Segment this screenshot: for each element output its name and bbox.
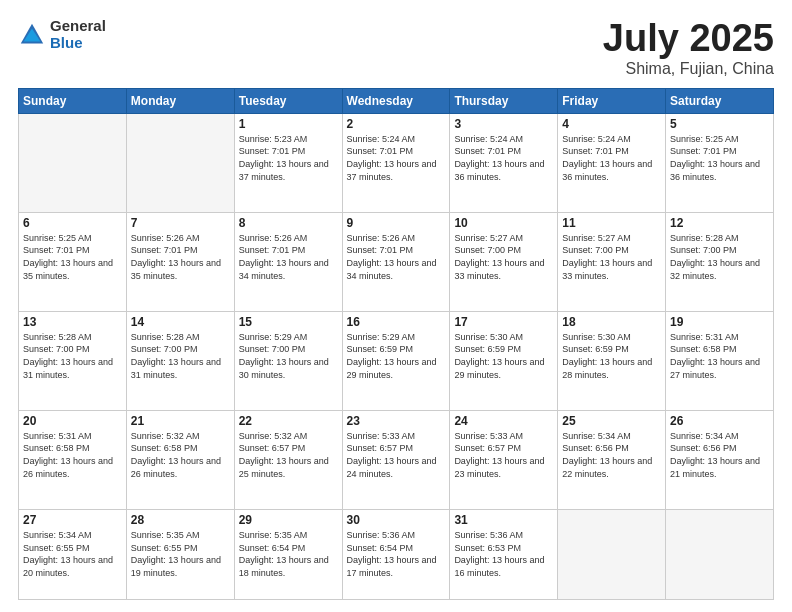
table-row: 14Sunrise: 5:28 AM Sunset: 7:00 PM Dayli…	[126, 311, 234, 410]
day-number: 23	[347, 414, 446, 428]
col-saturday: Saturday	[666, 88, 774, 113]
logo-text: General Blue	[50, 18, 106, 51]
table-row: 3Sunrise: 5:24 AM Sunset: 7:01 PM Daylig…	[450, 113, 558, 212]
day-number: 20	[23, 414, 122, 428]
calendar-week-1: 6Sunrise: 5:25 AM Sunset: 7:01 PM Daylig…	[19, 212, 774, 311]
day-info: Sunrise: 5:30 AM Sunset: 6:59 PM Dayligh…	[562, 331, 661, 381]
day-number: 19	[670, 315, 769, 329]
col-monday: Monday	[126, 88, 234, 113]
day-number: 21	[131, 414, 230, 428]
header: General Blue July 2025 Shima, Fujian, Ch…	[18, 18, 774, 78]
table-row: 7Sunrise: 5:26 AM Sunset: 7:01 PM Daylig…	[126, 212, 234, 311]
day-number: 29	[239, 513, 338, 527]
day-info: Sunrise: 5:25 AM Sunset: 7:01 PM Dayligh…	[23, 232, 122, 282]
title-month: July 2025	[603, 18, 774, 60]
table-row	[666, 509, 774, 599]
day-number: 9	[347, 216, 446, 230]
table-row: 4Sunrise: 5:24 AM Sunset: 7:01 PM Daylig…	[558, 113, 666, 212]
day-number: 7	[131, 216, 230, 230]
day-number: 15	[239, 315, 338, 329]
day-info: Sunrise: 5:27 AM Sunset: 7:00 PM Dayligh…	[454, 232, 553, 282]
day-info: Sunrise: 5:28 AM Sunset: 7:00 PM Dayligh…	[670, 232, 769, 282]
day-info: Sunrise: 5:35 AM Sunset: 6:55 PM Dayligh…	[131, 529, 230, 579]
col-tuesday: Tuesday	[234, 88, 342, 113]
day-number: 6	[23, 216, 122, 230]
table-row: 1Sunrise: 5:23 AM Sunset: 7:01 PM Daylig…	[234, 113, 342, 212]
title-location: Shima, Fujian, China	[603, 60, 774, 78]
day-number: 17	[454, 315, 553, 329]
calendar-header-row: Sunday Monday Tuesday Wednesday Thursday…	[19, 88, 774, 113]
day-number: 2	[347, 117, 446, 131]
table-row: 24Sunrise: 5:33 AM Sunset: 6:57 PM Dayli…	[450, 410, 558, 509]
table-row: 29Sunrise: 5:35 AM Sunset: 6:54 PM Dayli…	[234, 509, 342, 599]
table-row: 18Sunrise: 5:30 AM Sunset: 6:59 PM Dayli…	[558, 311, 666, 410]
table-row: 9Sunrise: 5:26 AM Sunset: 7:01 PM Daylig…	[342, 212, 450, 311]
table-row: 22Sunrise: 5:32 AM Sunset: 6:57 PM Dayli…	[234, 410, 342, 509]
table-row	[19, 113, 127, 212]
table-row: 12Sunrise: 5:28 AM Sunset: 7:00 PM Dayli…	[666, 212, 774, 311]
calendar-week-2: 13Sunrise: 5:28 AM Sunset: 7:00 PM Dayli…	[19, 311, 774, 410]
day-info: Sunrise: 5:25 AM Sunset: 7:01 PM Dayligh…	[670, 133, 769, 183]
day-info: Sunrise: 5:36 AM Sunset: 6:53 PM Dayligh…	[454, 529, 553, 579]
table-row: 13Sunrise: 5:28 AM Sunset: 7:00 PM Dayli…	[19, 311, 127, 410]
table-row: 2Sunrise: 5:24 AM Sunset: 7:01 PM Daylig…	[342, 113, 450, 212]
table-row: 10Sunrise: 5:27 AM Sunset: 7:00 PM Dayli…	[450, 212, 558, 311]
day-number: 27	[23, 513, 122, 527]
day-info: Sunrise: 5:28 AM Sunset: 7:00 PM Dayligh…	[131, 331, 230, 381]
day-number: 8	[239, 216, 338, 230]
table-row: 5Sunrise: 5:25 AM Sunset: 7:01 PM Daylig…	[666, 113, 774, 212]
table-row: 23Sunrise: 5:33 AM Sunset: 6:57 PM Dayli…	[342, 410, 450, 509]
day-info: Sunrise: 5:24 AM Sunset: 7:01 PM Dayligh…	[347, 133, 446, 183]
day-info: Sunrise: 5:34 AM Sunset: 6:55 PM Dayligh…	[23, 529, 122, 579]
table-row: 30Sunrise: 5:36 AM Sunset: 6:54 PM Dayli…	[342, 509, 450, 599]
col-sunday: Sunday	[19, 88, 127, 113]
day-number: 3	[454, 117, 553, 131]
calendar-week-0: 1Sunrise: 5:23 AM Sunset: 7:01 PM Daylig…	[19, 113, 774, 212]
day-number: 4	[562, 117, 661, 131]
day-info: Sunrise: 5:31 AM Sunset: 6:58 PM Dayligh…	[23, 430, 122, 480]
table-row: 11Sunrise: 5:27 AM Sunset: 7:00 PM Dayli…	[558, 212, 666, 311]
day-number: 30	[347, 513, 446, 527]
day-info: Sunrise: 5:29 AM Sunset: 7:00 PM Dayligh…	[239, 331, 338, 381]
table-row: 28Sunrise: 5:35 AM Sunset: 6:55 PM Dayli…	[126, 509, 234, 599]
table-row: 21Sunrise: 5:32 AM Sunset: 6:58 PM Dayli…	[126, 410, 234, 509]
day-info: Sunrise: 5:34 AM Sunset: 6:56 PM Dayligh…	[562, 430, 661, 480]
table-row: 16Sunrise: 5:29 AM Sunset: 6:59 PM Dayli…	[342, 311, 450, 410]
day-info: Sunrise: 5:24 AM Sunset: 7:01 PM Dayligh…	[562, 133, 661, 183]
day-number: 10	[454, 216, 553, 230]
day-number: 18	[562, 315, 661, 329]
table-row	[126, 113, 234, 212]
day-info: Sunrise: 5:32 AM Sunset: 6:57 PM Dayligh…	[239, 430, 338, 480]
col-friday: Friday	[558, 88, 666, 113]
day-number: 24	[454, 414, 553, 428]
day-info: Sunrise: 5:23 AM Sunset: 7:01 PM Dayligh…	[239, 133, 338, 183]
day-info: Sunrise: 5:32 AM Sunset: 6:58 PM Dayligh…	[131, 430, 230, 480]
day-info: Sunrise: 5:30 AM Sunset: 6:59 PM Dayligh…	[454, 331, 553, 381]
logo: General Blue	[18, 18, 106, 51]
day-number: 1	[239, 117, 338, 131]
day-number: 16	[347, 315, 446, 329]
logo-general-label: General	[50, 18, 106, 35]
table-row: 25Sunrise: 5:34 AM Sunset: 6:56 PM Dayli…	[558, 410, 666, 509]
day-info: Sunrise: 5:29 AM Sunset: 6:59 PM Dayligh…	[347, 331, 446, 381]
day-number: 28	[131, 513, 230, 527]
day-number: 11	[562, 216, 661, 230]
day-info: Sunrise: 5:24 AM Sunset: 7:01 PM Dayligh…	[454, 133, 553, 183]
logo-blue-label: Blue	[50, 35, 106, 52]
calendar-week-4: 27Sunrise: 5:34 AM Sunset: 6:55 PM Dayli…	[19, 509, 774, 599]
day-info: Sunrise: 5:33 AM Sunset: 6:57 PM Dayligh…	[347, 430, 446, 480]
day-info: Sunrise: 5:26 AM Sunset: 7:01 PM Dayligh…	[239, 232, 338, 282]
day-info: Sunrise: 5:33 AM Sunset: 6:57 PM Dayligh…	[454, 430, 553, 480]
table-row: 15Sunrise: 5:29 AM Sunset: 7:00 PM Dayli…	[234, 311, 342, 410]
table-row: 19Sunrise: 5:31 AM Sunset: 6:58 PM Dayli…	[666, 311, 774, 410]
day-number: 22	[239, 414, 338, 428]
table-row: 31Sunrise: 5:36 AM Sunset: 6:53 PM Dayli…	[450, 509, 558, 599]
page: General Blue July 2025 Shima, Fujian, Ch…	[0, 0, 792, 612]
day-info: Sunrise: 5:28 AM Sunset: 7:00 PM Dayligh…	[23, 331, 122, 381]
calendar-week-3: 20Sunrise: 5:31 AM Sunset: 6:58 PM Dayli…	[19, 410, 774, 509]
day-info: Sunrise: 5:35 AM Sunset: 6:54 PM Dayligh…	[239, 529, 338, 579]
calendar-table: Sunday Monday Tuesday Wednesday Thursday…	[18, 88, 774, 600]
day-number: 26	[670, 414, 769, 428]
day-info: Sunrise: 5:26 AM Sunset: 7:01 PM Dayligh…	[347, 232, 446, 282]
day-info: Sunrise: 5:27 AM Sunset: 7:00 PM Dayligh…	[562, 232, 661, 282]
